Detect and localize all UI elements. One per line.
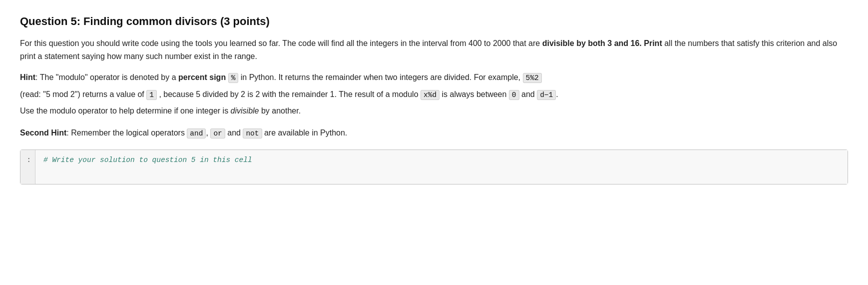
hint-code-1: 1 bbox=[146, 90, 157, 100]
hint-line2-text: Use the modulo operator to help determin… bbox=[20, 106, 228, 115]
description-text-1: For this question you should write code … bbox=[20, 39, 540, 48]
cell-placeholder-text: # Write your solution to question 5 in t… bbox=[43, 156, 252, 164]
hint-code-xpctd: x%d bbox=[421, 90, 439, 100]
code-cell-wrapper: : # Write your solution to question 5 in… bbox=[20, 150, 848, 184]
second-hint-comma: , bbox=[206, 128, 208, 137]
hint-text4: , because 5 divided by 2 is 2 with the r… bbox=[159, 90, 418, 98]
hint-text3: (read: "5 mod 2") returns a value of bbox=[20, 90, 144, 98]
hint-code-5pct2: 5%2 bbox=[523, 73, 542, 83]
cell-gutter: : bbox=[20, 150, 35, 184]
hint-line-3: Use the modulo operator to help determin… bbox=[20, 104, 848, 118]
hint-code-0: 0 bbox=[509, 90, 519, 100]
question-container: Question 5: Finding common divisors (3 p… bbox=[20, 15, 848, 184]
hint-text7: . bbox=[556, 90, 558, 98]
hint-line2end: by another. bbox=[261, 106, 301, 115]
hint-text5: is always between bbox=[442, 90, 507, 98]
hint-bold1: percent sign bbox=[178, 73, 226, 82]
hint-line-2: (read: "5 mod 2") returns a value of 1 ,… bbox=[20, 88, 848, 102]
second-hint-text4: are available in Python. bbox=[264, 128, 347, 137]
second-hint-text3: and bbox=[227, 128, 241, 137]
hint-italic-divisible: divisible bbox=[231, 106, 259, 115]
description-bold: divisible by both 3 and 16. bbox=[542, 39, 642, 48]
second-hint-label: Second Hint bbox=[20, 128, 66, 137]
description-paragraph: For this question you should write code … bbox=[20, 37, 848, 62]
hint-line-1: Hint: The "modulo" operator is denoted b… bbox=[20, 70, 848, 84]
hint-text2: in Python. It returns the remainder when… bbox=[241, 73, 520, 82]
hint-label: Hint bbox=[20, 73, 35, 82]
second-hint-code-and: and bbox=[187, 128, 206, 138]
cell-content[interactable]: # Write your solution to question 5 in t… bbox=[35, 150, 848, 184]
hint-text6: and bbox=[521, 90, 535, 98]
hint-code-d-minus-1: d−1 bbox=[537, 90, 556, 100]
second-hint-section: Second Hint: Remember the logical operat… bbox=[20, 126, 848, 140]
cell-gutter-label: : bbox=[27, 156, 31, 164]
question-title: Question 5: Finding common divisors (3 p… bbox=[20, 15, 848, 28]
second-hint-code-not: not bbox=[243, 128, 262, 138]
description-print-bold: Print bbox=[644, 39, 662, 48]
hint-code-percent: % bbox=[228, 73, 239, 83]
hint-section: Hint: The "modulo" operator is denoted b… bbox=[20, 70, 848, 118]
second-hint-code-or: or bbox=[210, 128, 225, 138]
second-hint-text1: : Remember the logical operators bbox=[66, 128, 185, 137]
hint-text1: : The "modulo" operator is denoted by a bbox=[35, 73, 176, 82]
